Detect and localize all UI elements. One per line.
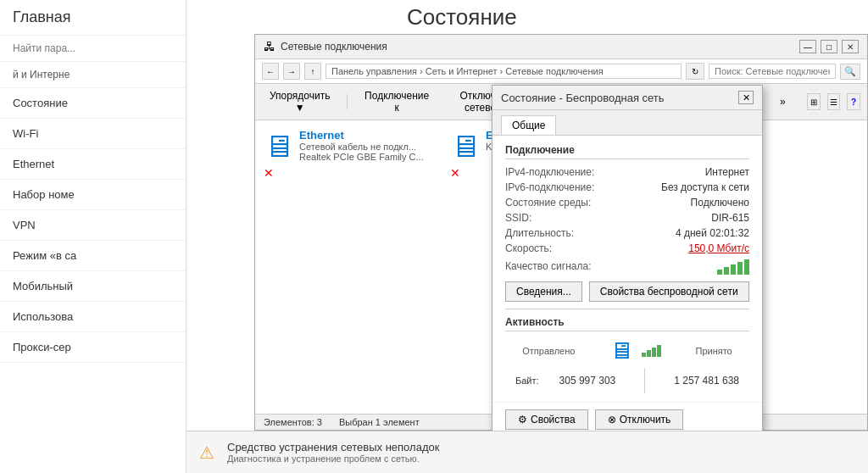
settings-icon: ⚙ xyxy=(518,414,527,426)
sidebar-item-wifi[interactable]: Wi-Fi xyxy=(0,119,186,149)
items-count: Элементов: 3 xyxy=(264,417,322,427)
main-content: Состояние оосы? 🖧 Сетевые подключения — … xyxy=(186,0,868,473)
modal-close-button[interactable]: ✕ xyxy=(738,91,754,104)
explorer-titlebar: 🖧 Сетевые подключения — □ ✕ xyxy=(255,35,867,59)
duration-label: Длительность: xyxy=(505,227,574,239)
sidebar-item-proksi[interactable]: Прокси-сер xyxy=(0,332,186,363)
close-button[interactable]: ✕ xyxy=(842,40,859,53)
sidebar-item-mobilniy[interactable]: Мобильный xyxy=(0,271,186,302)
field-ipv4: IPv4-подключение: Интернет xyxy=(505,166,749,178)
network-info-1: Ethernet Сетевой кабель не подкл... Real… xyxy=(299,129,424,180)
ipv6-value: Без доступа к сети xyxy=(661,181,749,193)
computer-icon: 🖥 xyxy=(609,337,633,364)
bottom-bar: ⚠ Средство устранения сетевых неполадок … xyxy=(186,431,868,473)
svoystva-button[interactable]: ⚙ Свойства xyxy=(505,409,588,430)
activity-center: 🖥 xyxy=(609,337,661,364)
left-sidebar: Главная Найти пара... й и Интерне Состоя… xyxy=(0,0,186,473)
window-controls: — □ ✕ xyxy=(799,40,859,53)
help-button[interactable]: ? xyxy=(847,93,860,110)
modal-body: Подключение IPv4-подключение: Интернет I… xyxy=(492,136,762,402)
sidebar-item-seti[interactable]: й и Интерне xyxy=(0,62,186,88)
back-button[interactable]: ← xyxy=(262,63,279,80)
connection-section-title: Подключение xyxy=(505,144,749,159)
sidebar-item-nabor[interactable]: Набор номе xyxy=(0,180,186,210)
explorer-title: Сетевые подключения xyxy=(281,41,387,53)
connect-button[interactable]: Подключение к xyxy=(357,86,437,117)
field-sreda: Состояние среды: Подключено xyxy=(505,197,749,209)
sidebar-item-ispolzova[interactable]: Использова xyxy=(0,302,186,332)
modal-tabs: Общие xyxy=(492,110,762,136)
ssid-label: SSID: xyxy=(505,212,531,224)
bytes-sent: 305 997 303 xyxy=(559,375,616,387)
view-button-1[interactable]: ⊞ xyxy=(807,93,821,110)
warning-icon: ⚠ xyxy=(199,442,214,463)
bytes-received: 1 257 481 638 xyxy=(674,375,739,387)
bytes-row: Байт: 305 997 303 1 257 481 638 xyxy=(505,368,749,393)
network-icon-small: 🖧 xyxy=(264,40,275,53)
sidebar-item-ethernet[interactable]: Ethernet xyxy=(0,149,186,180)
selected-info: Выбран 1 элемент xyxy=(339,417,420,427)
duration-value: 4 дней 02:01:32 xyxy=(676,227,749,239)
sreda-value: Подключено xyxy=(691,197,749,209)
activity-signal-icon xyxy=(642,345,661,357)
forward-button[interactable]: → xyxy=(283,63,300,80)
modal-dialog: Состояние - Беспроводная сеть ✕ Общие По… xyxy=(492,85,763,473)
disconnect-icon: ⊗ xyxy=(608,414,616,426)
address-path[interactable]: Панель управления › Сеть и Интернет › Се… xyxy=(326,64,682,79)
bottom-main-text: Средство устранения сетевых неполадок xyxy=(227,441,439,454)
bottom-sub-text: Диагностика и устранение проблем с сетью… xyxy=(227,454,439,464)
modal-buttons-row: Сведения... Свойства беспроводной сети xyxy=(505,281,749,302)
field-ipv6: IPv6-подключение: Без доступа к сети xyxy=(505,181,749,193)
ipv4-label: IPv4-подключение: xyxy=(505,166,594,178)
modal-divider xyxy=(505,309,749,309)
svedenia-button[interactable]: Сведения... xyxy=(505,281,582,302)
error-icon-2: ✕ xyxy=(450,166,460,180)
sidebar-item-vpn[interactable]: VPN xyxy=(0,210,186,241)
search-button[interactable]: 🔍 xyxy=(840,64,860,80)
field-ssid: SSID: DIR-615 xyxy=(505,212,749,224)
up-button[interactable]: ↑ xyxy=(304,63,321,80)
ssid-value: DIR-615 xyxy=(711,212,749,224)
more-button[interactable]: » xyxy=(772,92,793,111)
sent-label: Отправлено xyxy=(522,346,575,356)
minimize-button[interactable]: — xyxy=(799,40,816,53)
search-input[interactable] xyxy=(709,64,836,79)
bytes-divider xyxy=(644,368,645,393)
ipv6-label: IPv6-подключение: xyxy=(505,181,594,193)
speed-label: Скорость: xyxy=(505,242,552,254)
speed-value: 150,0 Мбит/с xyxy=(688,242,749,254)
sidebar-header: Главная xyxy=(0,0,186,36)
network-driver-1: Realtek PCIe GBE Family C... xyxy=(299,152,424,162)
network-name-1: Ethernet xyxy=(299,129,424,142)
network-item-1[interactable]: 🖥 ✕ Ethernet Сетевой кабель не подкл... … xyxy=(264,129,433,405)
disconnect-button[interactable]: ⊗ Отключить xyxy=(595,409,684,430)
signal-label: Качество сигнала: xyxy=(505,260,591,272)
field-speed: Скорость: 150,0 Мбит/с xyxy=(505,242,749,254)
sidebar-item-rezhim[interactable]: Режим «в са xyxy=(0,241,186,271)
maximize-button[interactable]: □ xyxy=(821,40,837,53)
error-icon-1: ✕ xyxy=(264,166,274,180)
organize-button[interactable]: Упорядочить ▼ xyxy=(262,86,337,117)
toolbar-separator xyxy=(347,94,348,109)
signal-row: Качество сигнала: xyxy=(505,258,749,275)
ipv4-value: Интернет xyxy=(705,166,749,178)
bytes-label: Байт: xyxy=(515,376,539,386)
sidebar-search: Найти пара... xyxy=(0,36,186,62)
refresh-button[interactable]: ↻ xyxy=(686,63,704,80)
modal-title: Состояние - Беспроводная сеть xyxy=(501,92,665,104)
view-button-2[interactable]: ☰ xyxy=(827,93,841,110)
wifi-icon: 🖥 xyxy=(450,129,481,164)
sreda-label: Состояние среды: xyxy=(505,197,591,209)
svoystva-wireless-button[interactable]: Свойства беспроводной сети xyxy=(589,281,749,302)
tab-general[interactable]: Общие xyxy=(501,115,556,135)
activity-icons-row: Отправлено 🖥 Принято xyxy=(505,337,749,364)
signal-bars xyxy=(717,258,749,275)
page-title: Состояние xyxy=(407,4,517,31)
sidebar-item-sostoyanie[interactable]: Состояние xyxy=(0,88,186,119)
network-desc-1: Сетевой кабель не подкл... xyxy=(299,142,424,152)
explorer-addressbar: ← → ↑ Панель управления › Сеть и Интерне… xyxy=(255,59,867,84)
received-label: Принято xyxy=(695,346,732,356)
bottom-text-area: Средство устранения сетевых неполадок Ди… xyxy=(227,441,439,464)
activity-section: Активность Отправлено 🖥 xyxy=(505,316,749,393)
ethernet-icon: 🖥 xyxy=(264,129,294,164)
